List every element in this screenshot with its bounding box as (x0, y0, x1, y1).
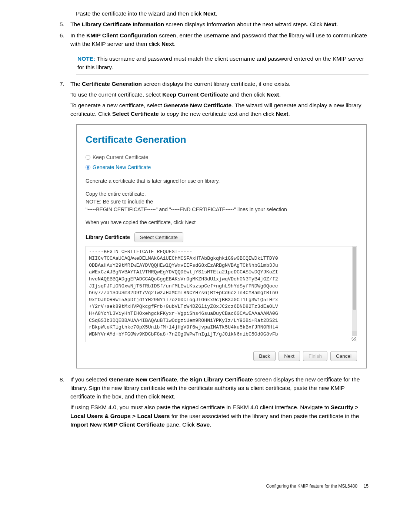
step-7-body: The Certificate Generation screen displa… (70, 80, 369, 121)
cancel-button[interactable]: Cancel (330, 351, 357, 361)
cert-sub1: Generate a certificate that is later sig… (86, 177, 357, 185)
step-8-num: 8. (56, 375, 70, 431)
radio-on-icon (86, 165, 90, 170)
cert-panel-title: Certificate Generation (86, 132, 357, 147)
step-8: 8. If you selected Generate New Certific… (31, 375, 369, 431)
step-7: 7. The Certificate Generation screen dis… (31, 80, 369, 121)
back-button[interactable]: Back (253, 351, 276, 361)
step-5: 5. The Library Certificate Information s… (31, 20, 369, 28)
radio-generate-new[interactable]: Generate New Certificate (86, 164, 357, 171)
step-6-num: 6. (56, 31, 70, 48)
step-7-num: 7. (56, 80, 70, 121)
note-label: NOTE: (77, 55, 95, 62)
library-certificate-label: Library Certificate (86, 233, 130, 241)
cert-sub5: When you have copied the certificate, cl… (86, 219, 357, 226)
cert-sub2: Copy the entire certificate. (86, 190, 357, 198)
certificate-generation-panel: Certificate Generation Keep Current Cert… (76, 124, 367, 368)
certificate-textarea[interactable]: -----BEGIN CERTIFICATE REQUEST----- MIIC… (86, 246, 357, 342)
paste-cert-line: Paste the certificate into the wizard an… (76, 9, 369, 18)
finish-button[interactable]: Finish (303, 351, 327, 361)
wizard-button-row: Back Next Finish Cancel (86, 351, 357, 361)
select-certificate-button[interactable]: Select Certificate (134, 232, 183, 242)
page-footer: Configuring the KMIP feature for the MSL… (31, 483, 369, 489)
step-5-body: The Library Certificate Information scre… (70, 20, 369, 28)
cert-sub3: NOTE: Be sure to include the (86, 198, 357, 206)
step-6-body: In the KMIP Client Configuration screen,… (70, 31, 369, 48)
library-certificate-row: Library Certificate Select Certificate (86, 232, 357, 242)
next-button[interactable]: Next (279, 351, 300, 361)
note-box: NOTE: This username and password must ma… (76, 52, 369, 74)
scroll-down-icon[interactable] (352, 331, 357, 336)
step-5-num: 5. (56, 20, 70, 28)
scroll-thumb[interactable] (353, 247, 356, 310)
note-text: This username and password must match th… (77, 55, 364, 70)
cert-sub4: "-----BEGIN CERTIFICATE-----" and "-----… (86, 206, 357, 213)
scrollbar[interactable] (352, 246, 357, 336)
step-6: 6. In the KMIP Client Configuration scre… (31, 31, 369, 48)
footer-text: Configuring the KMIP feature for the MSL… (266, 484, 357, 489)
radio-keep-current[interactable]: Keep Current Certificate (86, 154, 357, 161)
resize-handle-icon[interactable] (351, 337, 356, 341)
page-number: 15 (364, 484, 369, 489)
radio-off-icon (86, 155, 90, 160)
step-8-body: If you selected Generate New Certificate… (70, 375, 369, 431)
